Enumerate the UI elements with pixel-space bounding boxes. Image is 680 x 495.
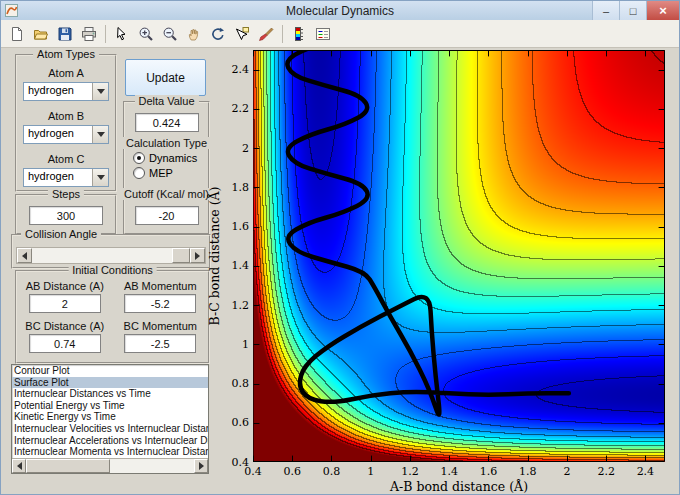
list-item[interactable]: Internuclear Distances vs Time bbox=[12, 388, 208, 400]
save-figure-button[interactable] bbox=[53, 22, 77, 46]
zoom-out-button[interactable] bbox=[158, 22, 182, 46]
atom-c-select[interactable]: hydrogen bbox=[23, 168, 109, 187]
data-cursor-button[interactable] bbox=[230, 22, 254, 46]
radio-mep-indicator bbox=[133, 167, 145, 179]
pan-icon bbox=[186, 26, 202, 42]
zoom-in-button[interactable] bbox=[134, 22, 158, 46]
y-tick-label: 1.8 bbox=[223, 181, 249, 194]
maximize-button[interactable]: □ bbox=[619, 1, 646, 20]
contour-plot-canvas[interactable] bbox=[253, 50, 665, 462]
plot-type-listbox[interactable]: Contour PlotSurface PlotInternuclear Dis… bbox=[11, 364, 209, 474]
ab-distance-input[interactable] bbox=[29, 294, 101, 313]
open-file-button[interactable] bbox=[29, 22, 53, 46]
y-tick-label: 1 bbox=[223, 338, 249, 351]
list-item[interactable]: Internuclear Accelerations vs Internucle… bbox=[12, 435, 208, 447]
insert-colorbar-icon bbox=[291, 26, 307, 42]
x-tick-label: 2.2 bbox=[597, 465, 615, 478]
scrollbar-left-arrow-button[interactable] bbox=[12, 459, 26, 473]
rotate-3d-button[interactable] bbox=[206, 22, 230, 46]
toolbar-separator bbox=[105, 25, 106, 43]
list-item[interactable]: Internuclear Momenta vs Internuclear Dis… bbox=[12, 446, 208, 458]
initial-conditions-panel: Initial Conditions AB Distance (A) AB Mo… bbox=[15, 270, 210, 364]
cutoff-title: Cutoff (Kcal/ mol) bbox=[120, 188, 213, 200]
list-item[interactable]: Potential Energy vs Time bbox=[12, 400, 208, 412]
radio-mep-label: MEP bbox=[149, 167, 173, 179]
list-item[interactable]: Kinetic Energy vs Time bbox=[12, 411, 208, 423]
bc-momentum-label: BC Momentum bbox=[124, 320, 197, 332]
update-button[interactable]: Update bbox=[125, 59, 206, 96]
titlebar: Molecular Dynamics – □ × bbox=[1, 1, 679, 20]
insert-colorbar-button[interactable] bbox=[287, 22, 311, 46]
steps-input[interactable] bbox=[29, 206, 103, 225]
atom-a-value: hydrogen bbox=[24, 83, 92, 100]
y-tick-label: 1.2 bbox=[223, 299, 249, 312]
y-tick-label: 0.8 bbox=[223, 377, 249, 390]
atom-a-dropdown-button[interactable] bbox=[92, 83, 108, 100]
ab-momentum-label: AB Momentum bbox=[124, 280, 197, 292]
x-tick-label: 0.6 bbox=[283, 465, 301, 478]
arrow-right-icon bbox=[199, 462, 204, 470]
atom-types-title: Atom Types bbox=[33, 48, 99, 60]
slider-left-arrow-button[interactable] bbox=[17, 248, 32, 263]
atom-c-value: hydrogen bbox=[24, 169, 92, 186]
x-tick-label: 1.4 bbox=[440, 465, 458, 478]
close-button[interactable]: × bbox=[646, 1, 679, 20]
minimize-button[interactable]: – bbox=[592, 1, 619, 20]
delta-value-input[interactable] bbox=[135, 113, 199, 132]
bc-momentum-input[interactable] bbox=[124, 334, 196, 353]
edit-plot-button[interactable] bbox=[110, 22, 134, 46]
y-tick-label: 1.6 bbox=[223, 220, 249, 233]
atom-b-label: Atom B bbox=[48, 110, 84, 122]
save-figure-icon bbox=[57, 26, 73, 42]
slider-thumb[interactable] bbox=[172, 248, 190, 263]
x-tick-label: 1.2 bbox=[401, 465, 419, 478]
rotate-3d-icon bbox=[210, 26, 226, 42]
pan-button[interactable] bbox=[182, 22, 206, 46]
new-figure-icon bbox=[9, 26, 25, 42]
listbox-horizontal-scrollbar[interactable] bbox=[12, 458, 208, 473]
atom-types-panel: Atom Types Atom A hydrogen Atom B hydrog… bbox=[15, 54, 117, 192]
y-tick-label: 2 bbox=[223, 142, 249, 155]
new-figure-button[interactable] bbox=[5, 22, 29, 46]
arrow-left-icon bbox=[22, 252, 27, 260]
contour-plot bbox=[253, 50, 665, 462]
open-file-icon bbox=[33, 26, 49, 42]
ab-momentum-input[interactable] bbox=[124, 294, 196, 313]
slider-right-arrow-button[interactable] bbox=[190, 248, 205, 263]
scrollbar-right-arrow-button[interactable] bbox=[194, 459, 208, 473]
y-tick-label: 2.4 bbox=[223, 63, 249, 76]
atom-b-select[interactable]: hydrogen bbox=[23, 125, 109, 144]
print-figure-button[interactable] bbox=[77, 22, 101, 46]
radio-mep[interactable]: MEP bbox=[133, 167, 208, 179]
cutoff-input[interactable] bbox=[135, 206, 199, 225]
toolbar-separator bbox=[282, 25, 283, 43]
x-tick-label: 1 bbox=[367, 465, 374, 478]
window-controls: – □ × bbox=[592, 1, 679, 20]
bc-distance-input[interactable] bbox=[29, 334, 101, 353]
list-item[interactable]: Internuclear Velocities vs Internuclear … bbox=[12, 423, 208, 435]
x-tick-label: 1.6 bbox=[480, 465, 498, 478]
x-tick-label: 1.8 bbox=[519, 465, 537, 478]
insert-legend-button[interactable] bbox=[311, 22, 335, 46]
arrow-left-icon bbox=[17, 462, 22, 470]
atom-b-dropdown-button[interactable] bbox=[92, 126, 108, 143]
arrow-right-icon bbox=[195, 252, 200, 260]
atom-a-select[interactable]: hydrogen bbox=[23, 82, 109, 101]
x-tick-label: 0.8 bbox=[323, 465, 341, 478]
chevron-down-icon bbox=[97, 175, 105, 180]
list-item[interactable]: Contour Plot bbox=[12, 365, 208, 377]
calculation-type-panel: Calculation Type Dynamics MEP bbox=[123, 143, 210, 194]
steps-title: Steps bbox=[48, 188, 84, 200]
calculation-type-title: Calculation Type bbox=[122, 137, 211, 149]
brush-data-button[interactable] bbox=[254, 22, 278, 46]
scrollbar-thumb[interactable] bbox=[26, 459, 110, 473]
radio-dynamics[interactable]: Dynamics bbox=[133, 152, 208, 164]
atom-c-dropdown-button[interactable] bbox=[92, 169, 108, 186]
list-item[interactable]: Surface Plot bbox=[12, 377, 208, 389]
app-window: Molecular Dynamics – □ × Atom Types Atom… bbox=[0, 0, 680, 495]
chevron-down-icon bbox=[97, 132, 105, 137]
chevron-down-icon bbox=[97, 89, 105, 94]
zoom-in-icon bbox=[138, 26, 154, 42]
collision-angle-slider[interactable] bbox=[16, 247, 206, 264]
figure-toolbar bbox=[1, 20, 679, 48]
